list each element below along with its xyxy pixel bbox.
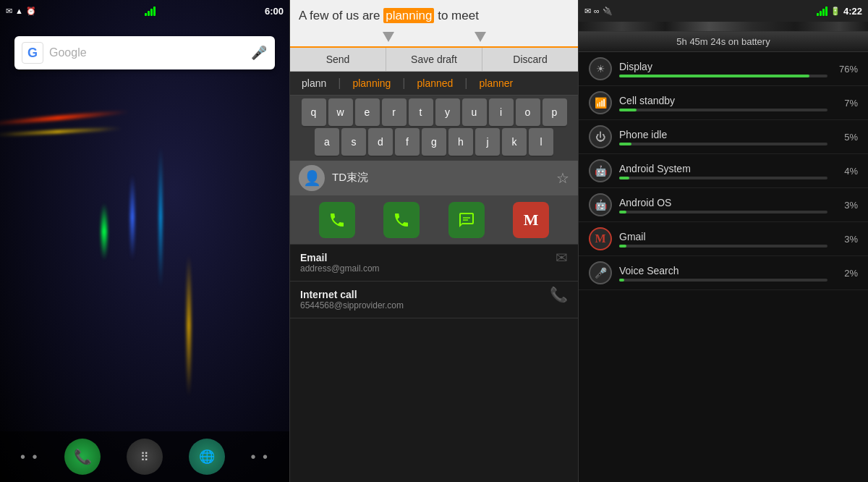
- suggestion-2[interactable]: planned: [413, 76, 458, 90]
- battery-item-5[interactable]: M Gmail 3%: [579, 222, 868, 256]
- email-icon: ✉: [556, 249, 568, 266]
- battery-pct-5: 3%: [835, 234, 858, 245]
- key-r[interactable]: r: [382, 98, 407, 126]
- battery-item-icon-6: 🎤: [589, 261, 612, 284]
- battery-name-3: Android System: [619, 163, 827, 174]
- save-draft-button[interactable]: Save draft: [386, 48, 482, 71]
- battery-bar-fill-6: [619, 279, 624, 282]
- battery-item-icon-5: M: [589, 227, 612, 250]
- battery-item-6[interactable]: 🎤 Voice Search 2%: [579, 256, 868, 290]
- key-u[interactable]: u: [462, 98, 487, 126]
- bar1: [145, 13, 147, 16]
- battery-pct-1: 7%: [835, 98, 858, 109]
- battery-list: ☀ Display 76%📶 Cell standby 7%⏻ Phone id…: [579, 52, 868, 290]
- key-d[interactable]: d: [368, 128, 393, 156]
- status-icons-right: ✉ ∞ 🔌: [584, 7, 613, 16]
- battery-bar-wrap-0: [619, 75, 827, 77]
- middle-panel: A few of us are planning to meet Send Sa…: [289, 0, 579, 482]
- battery-bar-fill-4: [619, 211, 626, 213]
- battery-pct-6: 2%: [835, 268, 858, 279]
- battery-pct-0: 76%: [835, 64, 858, 75]
- battery-icon-right: 🔋: [830, 7, 841, 16]
- highlighted-word: planning: [383, 8, 434, 23]
- battery-name-1: Cell standby: [619, 95, 827, 106]
- google-logo: G: [22, 42, 43, 64]
- suggestion-3[interactable]: planner: [475, 76, 518, 90]
- send-button[interactable]: Send: [290, 48, 386, 71]
- key-l[interactable]: l: [529, 128, 553, 156]
- battery-pct-3: 4%: [835, 166, 858, 177]
- battery-item-icon-3: 🤖: [589, 159, 612, 182]
- battery-name-4: Android OS: [619, 197, 827, 208]
- key-a[interactable]: a: [315, 128, 339, 156]
- battery-item-3[interactable]: 🤖 Android System 4%: [579, 154, 868, 188]
- key-j[interactable]: j: [475, 128, 500, 156]
- battery-item-4[interactable]: 🤖 Android OS 3%: [579, 188, 868, 222]
- battery-label-6: Voice Search: [619, 265, 827, 282]
- message-button[interactable]: [448, 202, 485, 238]
- gmail-button[interactable]: M: [513, 202, 549, 238]
- power-battery-icon: ⏻: [595, 131, 605, 143]
- call-button[interactable]: [319, 202, 355, 238]
- rbar2: [820, 11, 822, 16]
- dock-apps-button[interactable]: ⠿: [127, 439, 163, 475]
- battery-item-1[interactable]: 📶 Cell standby 7%: [579, 86, 868, 120]
- compose-text-after: to meet: [434, 9, 478, 22]
- email-row[interactable]: ✉ Email address@gmail.com: [290, 245, 578, 282]
- right-panel: ✉ ∞ 🔌 🔋 4:22 5h 45m 24s on battery ☀ Dis…: [579, 0, 868, 482]
- keyboard-row-1: q w e r t y u i o p: [293, 98, 575, 126]
- right-status-right: 🔋 4:22: [817, 6, 862, 17]
- dock-globe-button[interactable]: 🌐: [189, 439, 225, 475]
- sip-call-button[interactable]: [383, 202, 420, 238]
- key-h[interactable]: h: [448, 128, 473, 156]
- battery-pct-4: 3%: [835, 200, 858, 211]
- battery-item-0[interactable]: ☀ Display 76%: [579, 52, 868, 86]
- suggestion-0[interactable]: plann: [297, 76, 331, 90]
- battery-bar-fill-2: [619, 143, 631, 145]
- dock-phone-button[interactable]: 📞: [64, 439, 101, 475]
- search-placeholder[interactable]: Google: [49, 46, 250, 59]
- key-q[interactable]: q: [302, 98, 326, 126]
- key-w[interactable]: w: [328, 98, 353, 126]
- contact-name: TD束浣: [332, 171, 549, 185]
- discard-button[interactable]: Discard: [482, 48, 578, 71]
- internet-call-label: Internet call: [300, 289, 568, 300]
- battery-item-icon-0: ☀: [589, 57, 612, 80]
- internet-call-value: 6544568@sipprovider.com: [300, 300, 568, 310]
- battery-label-0: Display: [619, 61, 827, 77]
- key-i[interactable]: i: [489, 98, 514, 126]
- email-status-icon: ✉: [6, 7, 12, 16]
- contact-avatar: 👤: [299, 165, 325, 191]
- mic-icon[interactable]: 🎤: [250, 44, 268, 62]
- light-streak-red: [0, 109, 130, 126]
- key-s[interactable]: s: [341, 128, 366, 156]
- usb-icon: 🔌: [603, 7, 613, 16]
- key-t[interactable]: t: [409, 98, 433, 126]
- wifi-icon: ▲: [15, 7, 23, 15]
- battery-header: 5h 45m 24s on battery: [579, 32, 868, 52]
- star-icon[interactable]: ☆: [556, 169, 569, 187]
- battery-item-icon-1: 📶: [589, 91, 612, 114]
- gmail-icon: M: [524, 211, 539, 229]
- status-bar-right: ✉ ∞ 🔌 🔋 4:22: [579, 0, 868, 22]
- cursor-handle-right: [475, 32, 486, 42]
- internet-call-row[interactable]: 📞 Internet call 6544568@sipprovider.com: [290, 282, 578, 318]
- dock-dots-right: • •: [251, 449, 270, 465]
- status-icons-left: ✉ ▲ ⏰: [6, 7, 36, 16]
- key-o[interactable]: o: [516, 98, 540, 126]
- battery-name-2: Phone idle: [619, 129, 827, 140]
- battery-item-2[interactable]: ⏻ Phone idle 5%: [579, 120, 868, 154]
- key-y[interactable]: y: [435, 98, 460, 126]
- battery-bar-wrap-5: [619, 245, 827, 248]
- key-k[interactable]: k: [502, 128, 527, 156]
- google-search-bar[interactable]: G Google 🎤: [14, 36, 275, 69]
- key-f[interactable]: f: [395, 128, 420, 156]
- key-p[interactable]: p: [542, 98, 567, 126]
- compose-text[interactable]: A few of us are planning to meet: [299, 7, 569, 30]
- light-streak-yellow: [0, 127, 123, 136]
- gmail-battery-icon: M: [595, 232, 605, 245]
- key-g[interactable]: g: [422, 128, 446, 156]
- suggestion-1[interactable]: planning: [348, 76, 395, 90]
- light-streak-blue2: [159, 145, 162, 289]
- key-e[interactable]: e: [355, 98, 380, 126]
